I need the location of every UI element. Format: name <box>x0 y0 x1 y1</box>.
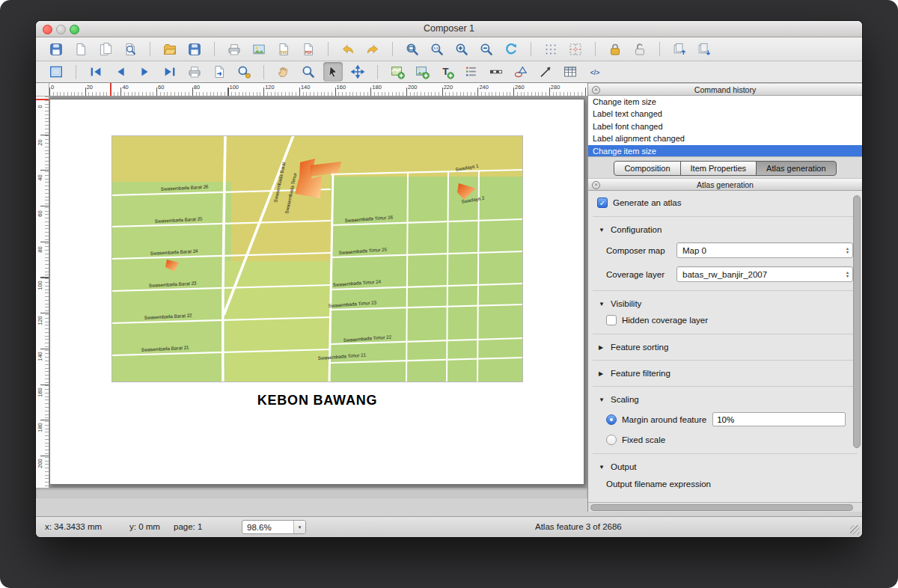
atlas-previous-feature-button[interactable] <box>111 62 130 82</box>
composer-canvas[interactable]: Swasembada Barat 26Swasembada Barat 25Sw… <box>49 97 587 488</box>
feature-sorting-group-header[interactable]: ▶ Feature sorting <box>599 343 862 352</box>
history-item[interactable]: Change item size <box>588 145 862 157</box>
composer-map-label: Composer map <box>606 246 676 255</box>
smart-guides-button[interactable] <box>566 40 585 59</box>
coverage-layer-select[interactable]: batas_rw_banjir_2007 ▴▾ <box>676 266 853 282</box>
print-atlas-button[interactable] <box>185 62 204 82</box>
scrollbar-thumb[interactable] <box>590 504 853 511</box>
svg-text:SVG: SVG <box>280 50 287 54</box>
duplicate-composition-button[interactable] <box>96 40 115 59</box>
export-as-image-icon <box>251 42 266 57</box>
zoom-out-button[interactable] <box>477 40 496 59</box>
add-html-frame-button[interactable]: </> <box>585 62 605 82</box>
save-project-icon <box>49 42 64 57</box>
add-label-button[interactable]: T <box>437 62 456 82</box>
hidden-coverage-layer-checkbox[interactable] <box>606 315 617 325</box>
map-item[interactable]: Swasembada Barat 26Swasembada Barat 25Sw… <box>112 135 523 382</box>
scaling-group-header[interactable]: ▼ Scaling <box>599 395 862 404</box>
undo-button[interactable] <box>338 40 358 59</box>
new-composition-button[interactable] <box>71 40 91 59</box>
add-scalebar-button[interactable] <box>486 62 506 82</box>
ruler-number: 160 <box>37 385 43 399</box>
history-item[interactable]: Label font changed <box>588 120 862 132</box>
zoom-full-button[interactable] <box>403 40 422 59</box>
unlock-all-items-button[interactable] <box>630 40 650 59</box>
feature-filtering-group-header[interactable]: ▶ Feature filtering <box>599 369 862 378</box>
select-move-item-button[interactable] <box>323 62 343 82</box>
toolbar-separator <box>392 42 393 56</box>
add-basic-shape-button[interactable] <box>511 62 531 82</box>
zoom-level-combobox[interactable]: 98.6% ▾ <box>242 520 306 534</box>
command-history-header: × Command history <box>588 83 862 96</box>
add-legend-button[interactable] <box>462 62 481 82</box>
composition-manager-button[interactable] <box>120 40 140 59</box>
move-item-content-button[interactable] <box>348 62 367 82</box>
history-item[interactable]: Change item size <box>588 96 862 108</box>
margin-value-input[interactable] <box>712 412 846 426</box>
atlas-last-feature-button[interactable] <box>160 62 180 82</box>
output-group-header[interactable]: ▼ Output <box>599 462 862 471</box>
lock-selected-items-icon <box>608 42 623 57</box>
scrollbar-thumb[interactable] <box>853 195 861 448</box>
map-title-label[interactable]: KEBON BAWANG <box>112 393 523 408</box>
add-new-map-button[interactable] <box>388 62 407 82</box>
zoom-tool-button[interactable] <box>299 62 318 82</box>
canvas-bottom-filler <box>36 498 587 512</box>
panel-horizontal-scrollbar[interactable] <box>588 502 862 512</box>
raise-selected-items-button[interactable] <box>670 40 689 59</box>
titlebar[interactable]: Composer 1 <box>36 21 862 37</box>
fixed-scale-radio[interactable] <box>606 435 617 445</box>
preview-atlas-button[interactable] <box>46 62 66 82</box>
history-item[interactable]: Label alignment changed <box>588 132 862 144</box>
export-atlas-button[interactable] <box>210 62 229 82</box>
zoom-out-icon <box>479 42 494 57</box>
combo-arrow-icon[interactable]: ▾ <box>293 521 305 533</box>
composition-page[interactable]: Swasembada Barat 26Swasembada Barat 25Sw… <box>49 99 584 485</box>
add-arrow-button[interactable] <box>536 62 555 82</box>
atlas-first-feature-button[interactable] <box>86 62 106 82</box>
visibility-group-header[interactable]: ▼ Visibility <box>599 299 862 308</box>
add-image-button[interactable] <box>412 62 432 82</box>
generate-atlas-checkbox[interactable]: ✓ <box>597 197 608 208</box>
load-from-template-button[interactable] <box>160 40 180 59</box>
canvas-horizontal-scrollbar[interactable] <box>36 488 587 498</box>
close-panel-icon[interactable]: × <box>592 181 600 189</box>
panel-vertical-scrollbar[interactable] <box>852 194 861 499</box>
lock-selected-items-button[interactable] <box>605 40 625 59</box>
export-as-image-button[interactable] <box>249 40 269 59</box>
window-resize-grip[interactable] <box>850 525 860 535</box>
ruler-number: 80 <box>37 242 43 256</box>
tab-atlas-generation[interactable]: Atlas generation <box>756 161 837 176</box>
add-attribute-table-button[interactable] <box>561 62 580 82</box>
window-title: Composer 1 <box>36 23 862 34</box>
pan-composer-button[interactable] <box>274 62 293 82</box>
snap-to-grid-button[interactable] <box>541 40 561 59</box>
tab-item-properties[interactable]: Item Properties <box>680 161 757 176</box>
ruler-number: 200 <box>37 457 43 471</box>
atlas-next-feature-button[interactable] <box>135 62 155 82</box>
print-button[interactable] <box>224 40 244 59</box>
atlas-settings-button[interactable] <box>234 62 254 82</box>
tab-composition[interactable]: Composition <box>614 161 680 176</box>
configuration-group-header[interactable]: ▼ Configuration <box>599 225 862 234</box>
close-panel-icon[interactable]: × <box>592 86 600 94</box>
redo-button[interactable] <box>363 40 382 59</box>
cursor-position-marker-h <box>110 83 112 96</box>
save-project-button[interactable] <box>46 40 66 59</box>
ruler-number: 240 <box>479 84 489 91</box>
export-as-pdf-button[interactable]: PDF <box>299 40 318 59</box>
separator <box>593 386 858 387</box>
export-as-svg-button[interactable]: SVG <box>274 40 293 59</box>
zoom-in-button[interactable] <box>452 40 471 59</box>
refresh-view-button[interactable] <box>501 40 521 59</box>
visibility-label: Visibility <box>611 299 641 308</box>
composer-map-select[interactable]: Map 0 ▴▾ <box>676 242 853 258</box>
lower-selected-items-button[interactable] <box>694 40 714 59</box>
ruler-number: 140 <box>301 84 311 91</box>
separator <box>593 290 858 291</box>
zoom-actual-size-button[interactable]: 1:1 <box>427 40 447 59</box>
export-atlas-icon <box>212 64 227 79</box>
margin-around-feature-radio[interactable] <box>606 414 617 425</box>
save-as-template-button[interactable] <box>185 40 204 59</box>
history-item[interactable]: Label text changed <box>588 108 862 120</box>
